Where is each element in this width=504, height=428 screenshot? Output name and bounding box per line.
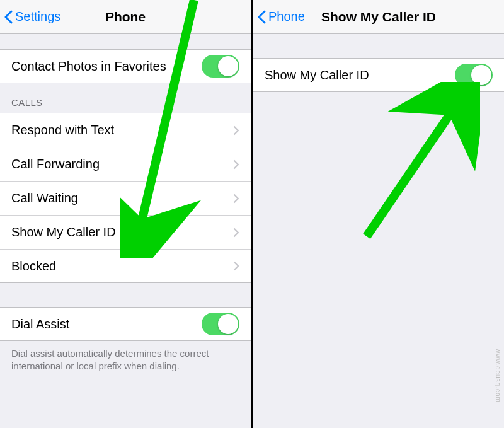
calls-section-header: CALLS — [0, 83, 251, 113]
chevron-left-icon — [4, 10, 13, 24]
chevron-right-icon — [233, 261, 239, 271]
chevron-right-icon — [233, 159, 239, 170]
show-my-caller-id-toggle-row[interactable]: Show My Caller ID — [253, 58, 504, 92]
back-button[interactable]: Phone — [257, 0, 305, 33]
row-label: Call Forwarding — [11, 157, 233, 171]
row-label: Blocked — [11, 259, 233, 274]
back-button[interactable]: Settings — [4, 0, 60, 33]
dial-assist-toggle[interactable] — [202, 313, 239, 335]
favorites-group: Contact Photos in Favorites — [0, 49, 251, 83]
respond-with-text-row[interactable]: Respond with Text — [0, 113, 251, 147]
svg-line-1 — [367, 98, 461, 236]
back-label: Phone — [268, 9, 305, 24]
row-label: Contact Photos in Favorites — [11, 59, 202, 74]
row-label: Show My Caller ID — [11, 225, 233, 240]
row-label: Call Waiting — [11, 191, 233, 205]
nav-bar: Settings Phone — [0, 0, 251, 34]
nav-title: Phone — [105, 9, 146, 25]
caller-id-pane: Phone Show My Caller ID Show My Caller I… — [253, 0, 504, 428]
back-label: Settings — [15, 9, 60, 24]
phone-settings-pane: Settings Phone Contact Photos in Favorit… — [0, 0, 251, 428]
chevron-right-icon — [233, 228, 239, 238]
dial-assist-group: Dial Assist — [0, 307, 251, 341]
calls-group: Respond with Text Call Forwarding Call W… — [0, 113, 251, 283]
row-label: Show My Caller ID — [265, 68, 455, 83]
watermark: www.deusq.com — [495, 349, 501, 403]
nav-title: Show My Caller ID — [321, 9, 436, 25]
annotation-arrow-icon — [354, 82, 480, 246]
chevron-right-icon — [233, 194, 239, 204]
row-label: Dial Assist — [11, 317, 202, 332]
call-forwarding-row[interactable]: Call Forwarding — [0, 147, 251, 181]
contact-photos-row[interactable]: Contact Photos in Favorites — [0, 49, 251, 83]
chevron-right-icon — [233, 125, 239, 136]
caller-id-group: Show My Caller ID — [253, 58, 504, 92]
show-my-caller-id-toggle[interactable] — [455, 64, 493, 86]
chevron-left-icon — [257, 10, 266, 24]
row-label: Respond with Text — [11, 123, 233, 137]
blocked-row[interactable]: Blocked — [0, 249, 251, 283]
call-waiting-row[interactable]: Call Waiting — [0, 181, 251, 215]
dial-assist-footer: Dial assist automatically determines the… — [0, 341, 251, 383]
dial-assist-row[interactable]: Dial Assist — [0, 307, 251, 341]
contact-photos-toggle[interactable] — [202, 55, 239, 78]
nav-bar: Phone Show My Caller ID — [253, 0, 504, 34]
show-my-caller-id-row[interactable]: Show My Caller ID — [0, 215, 251, 249]
